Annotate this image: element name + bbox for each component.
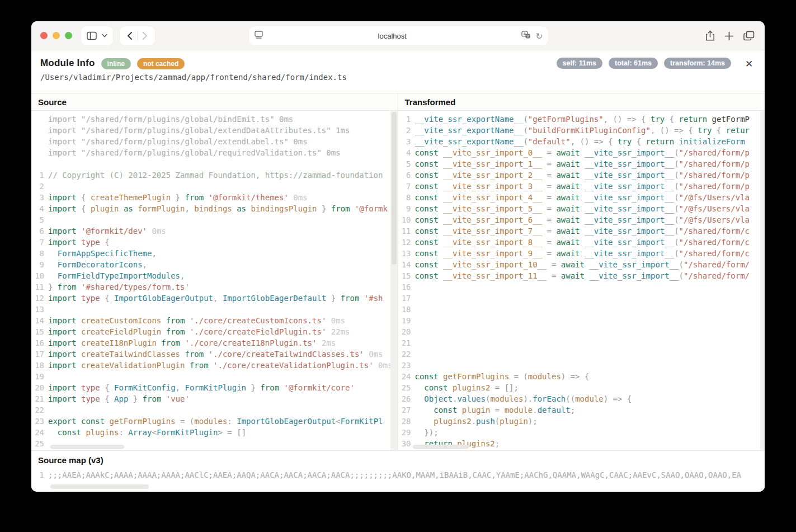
reload-icon[interactable]: ↻ xyxy=(535,32,543,40)
code-line: 8 FormAppSpecificTheme, xyxy=(31,248,398,259)
code-line: 19 xyxy=(398,315,765,326)
code-line: 19 xyxy=(31,371,398,382)
code-line: 13 xyxy=(31,304,398,315)
code-line: 5const __vite_ssr_import_1__ = await __v… xyxy=(398,158,765,170)
code-line: 26 Object.values(modules).forEach((modul… xyxy=(398,393,765,404)
code-line: 11} from '#shared/types/form.ts' xyxy=(31,281,398,293)
sourcemap-line: 1 ;;;AAEA;AAAkC;AAAA;AAAA;AAAA;AAClC;AAE… xyxy=(31,469,765,482)
code-line: 18import createValidationPlugin from './… xyxy=(31,360,398,371)
module-info-header: Module Info inlinenot cached self: 11mst… xyxy=(31,50,765,93)
close-window-button[interactable] xyxy=(40,32,48,39)
code-line: 22 xyxy=(31,404,398,416)
chevron-down-icon xyxy=(102,34,107,37)
code-line: 7import type { xyxy=(31,237,398,248)
status-badge: not cached xyxy=(137,58,185,69)
url-text: localhost xyxy=(263,32,521,40)
code-line: 12import type { ImportGlobEagerOutput, I… xyxy=(31,293,398,304)
timing-badge: self: 11ms xyxy=(557,58,602,69)
code-line: 13const __vite_ssr_import_9__ = await __… xyxy=(398,248,765,259)
source-vertical-scrollbar[interactable] xyxy=(390,111,398,450)
svg-text:文: 文 xyxy=(526,34,530,37)
code-line: 1// Copyright (C) 2012-2025 Zammad Found… xyxy=(31,170,398,181)
code-line: 3import { createThemePlugin } from '@for… xyxy=(31,192,398,203)
divider xyxy=(137,31,138,41)
code-line: 17 xyxy=(398,293,765,304)
code-line: 24 const plugins: Array<FormKitPlugin> =… xyxy=(31,427,398,438)
timing-badge: total: 61ms xyxy=(609,58,658,69)
browser-window: localhost A 文 ↻ xyxy=(31,21,765,492)
minimize-window-button[interactable] xyxy=(53,32,60,39)
code-line: 14const __vite_ssr_import_10__ = await _… xyxy=(398,259,765,270)
transformed-panel-title: Transformed xyxy=(398,93,765,110)
transformed-code-panel[interactable]: 1__vite_ssr_exportName__("getFormPlugins… xyxy=(398,111,765,450)
code-line: import "/shared/form/plugins/global/exte… xyxy=(31,136,398,147)
code-line xyxy=(31,158,398,170)
code-line: 14import createCustomIcons from './core/… xyxy=(31,315,398,326)
sourcemap-mappings: ;;;AAEA;AAAkC;AAAA;AAAA;AAAA;AAClC;AAEA;… xyxy=(48,469,765,482)
source-code-panel[interactable]: import "/shared/form/plugins/global/bind… xyxy=(31,111,398,450)
zoom-window-button[interactable] xyxy=(65,32,72,39)
code-line: 9const __vite_ssr_import_5__ = await __v… xyxy=(398,203,765,214)
code-line: 9 FormDecoratorIcons, xyxy=(31,259,398,270)
browser-toolbar: localhost A 文 ↻ xyxy=(31,21,765,50)
code-line: 25 const plugins2 = []; xyxy=(398,382,765,393)
sourcemap-horizontal-scrollbar[interactable] xyxy=(50,484,149,489)
code-line: 10 FormFieldTypeImportModules, xyxy=(31,270,398,281)
code-line: 4const __vite_ssr_import_0__ = await __v… xyxy=(398,147,765,158)
code-line: 29 }); xyxy=(398,427,765,438)
code-line: 17import createTailwindClasses from './c… xyxy=(31,349,398,360)
code-line: 11const __vite_ssr_import_7__ = await __… xyxy=(398,225,765,237)
code-line: 15import createFieldPlugin from './core/… xyxy=(31,326,398,337)
code-line: 4import { plugin as formPlugin, bindings… xyxy=(31,203,398,214)
module-badges: inlinenot cached xyxy=(95,58,185,68)
new-tab-button[interactable] xyxy=(724,31,734,41)
code-line: 10const __vite_ssr_import_6__ = await __… xyxy=(398,214,765,225)
sidebar-toggle-button[interactable] xyxy=(81,26,113,45)
code-line: 6const __vite_ssr_import_2__ = await __v… xyxy=(398,170,765,181)
code-line: 2__vite_ssr_exportName__("buildFormKitPl… xyxy=(398,125,765,136)
panel-headers: Source Transformed xyxy=(31,93,765,111)
page-format-icon[interactable] xyxy=(255,31,263,41)
close-icon[interactable]: ✕ xyxy=(742,57,756,70)
code-line: 1__vite_ssr_exportName__("getFormPlugins… xyxy=(398,114,765,125)
traffic-lights xyxy=(40,32,72,39)
address-bar[interactable]: localhost A 文 ↻ xyxy=(249,26,548,45)
timing-badges: self: 11mstotal: 61mstransform: 14ms xyxy=(557,58,731,69)
code-line: 21import type { App } from 'vue' xyxy=(31,393,398,404)
code-line: 15const __vite_ssr_import_11__ = await _… xyxy=(398,270,765,281)
code-line: 18 xyxy=(398,304,765,315)
code-line: 16import createI18nPlugin from './core/c… xyxy=(31,337,398,349)
transformed-horizontal-scrollbar[interactable] xyxy=(413,445,469,449)
forward-button[interactable] xyxy=(142,31,148,40)
code-line: 23export const getFormPlugins = (modules… xyxy=(31,416,398,427)
code-line: import "/shared/form/plugins/global/bind… xyxy=(31,114,398,125)
page-title: Module Info xyxy=(40,58,95,69)
code-line: 21 xyxy=(398,337,765,349)
translate-icon[interactable]: A 文 xyxy=(521,31,531,41)
sourcemap-line-number: 1 xyxy=(31,469,48,482)
code-line: 22 xyxy=(398,349,765,360)
code-line: 20 xyxy=(398,326,765,337)
source-horizontal-scrollbar[interactable] xyxy=(50,445,124,449)
code-line: 7const __vite_ssr_import_3__ = await __v… xyxy=(398,181,765,192)
code-line: 5 xyxy=(31,214,398,225)
sidebar-icon xyxy=(87,31,97,40)
code-line: 23 xyxy=(398,360,765,371)
code-line: import "/shared/form/plugins/global/exte… xyxy=(31,125,398,136)
sourcemap-scroll-area xyxy=(31,482,765,492)
code-line: 2 xyxy=(31,181,398,192)
code-line: 24const getFormPlugins = (modules) => { xyxy=(398,371,765,382)
back-button[interactable] xyxy=(127,31,133,40)
code-line: 8const __vite_ssr_import_4__ = await __v… xyxy=(398,192,765,203)
code-line: 12const __vite_ssr_import_8__ = await __… xyxy=(398,237,765,248)
code-line: 20import type { FormKitConfig, FormKitPl… xyxy=(31,382,398,393)
code-line: 3__vite_ssr_exportName__("default", () =… xyxy=(398,136,765,147)
transformed-vertical-scrollbar[interactable] xyxy=(760,111,765,450)
sourcemap-title: Source map (v3) xyxy=(31,450,765,469)
source-panel-title: Source xyxy=(31,93,398,110)
status-badge: inline xyxy=(101,58,131,69)
share-button[interactable] xyxy=(705,30,715,41)
module-path: /Users/vladimir/Projects/zammad/app/fron… xyxy=(40,73,755,82)
tab-overview-button[interactable] xyxy=(743,31,755,41)
code-line: 27 const plugin = module.default; xyxy=(398,404,765,416)
